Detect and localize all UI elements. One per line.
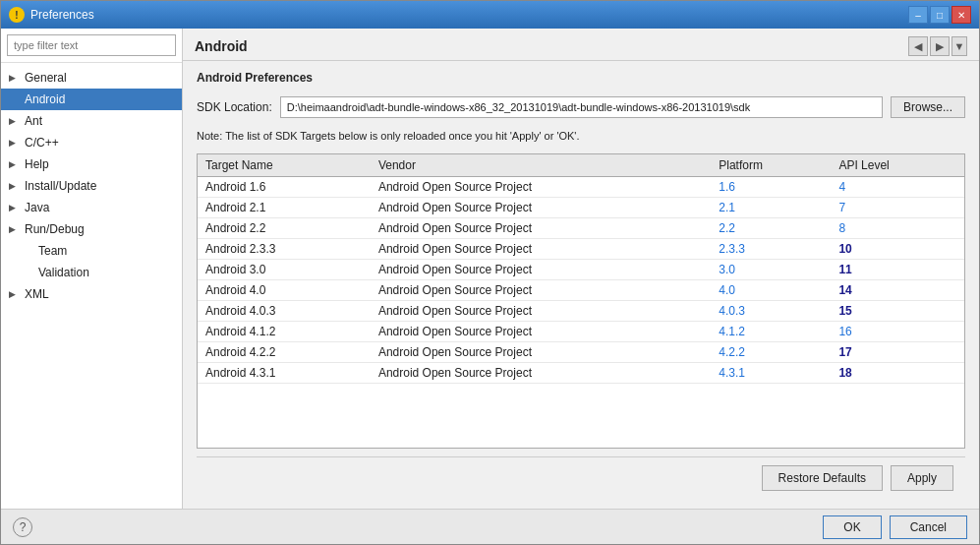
platform-cell: 2.1 [711,198,831,218]
minimize-button[interactable]: – [908,6,928,24]
title-bar-left: ! Preferences [9,7,94,23]
vendor-cell: Android Open Source Project [371,301,711,322]
platform-cell: 3.0 [711,260,831,280]
sidebar: ▶ General Android ▶ Ant ▶ C/C++ ▶ Hel [1,29,183,509]
filter-input[interactable] [7,34,176,56]
sidebar-item-team[interactable]: Team [1,240,182,262]
api-level-cell: 4 [831,177,964,198]
table-row: Android 4.0.3Android Open Source Project… [198,301,964,322]
main-panel: Android ◀ ▶ ▼ Android Preferences SDK Lo… [183,29,979,509]
table-header-row: Target Name Vendor Platform API Level [198,154,964,177]
preferences-window: ! Preferences – □ ✕ ▶ General Android [0,0,980,545]
col-header-vendor: Vendor [371,154,711,177]
sidebar-item-label: Install/Update [25,179,96,193]
page-title: Android [195,38,248,54]
vendor-cell: Android Open Source Project [371,218,711,239]
sidebar-item-install-update[interactable]: ▶ Install/Update [1,175,182,197]
platform-cell: 4.0.3 [711,301,831,322]
vendor-cell: Android Open Source Project [371,342,711,363]
table-row: Android 2.2Android Open Source Project2.… [198,218,964,239]
footer-bar: ? OK Cancel [1,509,979,544]
api-level-cell: 10 [831,239,964,260]
vendor-cell: Android Open Source Project [371,239,711,260]
platform-cell: 4.3.1 [711,363,831,384]
sidebar-item-label: Validation [38,266,89,279]
main-content: Android Preferences SDK Location: Browse… [183,61,979,509]
nav-dropdown-button[interactable]: ▼ [951,36,967,56]
sidebar-item-ant[interactable]: ▶ Ant [1,110,182,132]
sidebar-item-label: General [25,71,67,85]
bottom-action-bar: Restore Defaults Apply [197,456,965,499]
sidebar-item-label: Help [25,157,49,171]
sidebar-item-validation[interactable]: Validation [1,262,182,283]
sdk-path-input[interactable] [280,96,883,118]
sidebar-item-label: Run/Debug [25,222,85,236]
target-name-cell: Android 2.2 [198,218,371,239]
api-level-cell: 17 [831,342,964,363]
sidebar-filter-area [1,29,182,63]
target-name-cell: Android 4.1.2 [198,322,371,342]
vendor-cell: Android Open Source Project [371,198,711,218]
cancel-button[interactable]: Cancel [890,515,967,539]
main-header: Android ◀ ▶ ▼ [183,29,979,61]
sdk-location-row: SDK Location: Browse... [197,96,965,118]
app-icon: ! [9,7,25,23]
sidebar-item-android[interactable]: Android [1,89,182,110]
sidebar-item-label: Android [25,92,65,106]
target-name-cell: Android 2.3.3 [198,239,371,260]
expand-arrow: ▶ [9,224,21,234]
sidebar-item-label: Team [38,244,67,258]
sidebar-item-cpp[interactable]: ▶ C/C++ [1,132,182,153]
nav-back-button[interactable]: ◀ [908,36,928,56]
expand-arrow: ▶ [9,289,21,299]
col-header-api: API Level [831,154,964,177]
content-area: ▶ General Android ▶ Ant ▶ C/C++ ▶ Hel [1,29,979,509]
vendor-cell: Android Open Source Project [371,177,711,198]
table-row: Android 4.0Android Open Source Project4.… [198,280,964,301]
platform-cell: 2.3.3 [711,239,831,260]
restore-defaults-button[interactable]: Restore Defaults [762,465,883,491]
target-name-cell: Android 4.3.1 [198,363,371,384]
sidebar-item-java[interactable]: ▶ Java [1,197,182,218]
expand-arrow: ▶ [9,116,21,126]
nav-forward-button[interactable]: ▶ [930,36,950,56]
sidebar-item-xml[interactable]: ▶ XML [1,283,182,305]
expand-arrow: ▶ [9,181,21,191]
sidebar-item-general[interactable]: ▶ General [1,67,182,89]
platform-cell: 4.2.2 [711,342,831,363]
help-button[interactable]: ? [13,517,32,537]
section-title: Android Preferences [197,71,965,85]
target-name-cell: Android 1.6 [198,177,371,198]
api-level-cell: 8 [831,218,964,239]
browse-button[interactable]: Browse... [891,96,965,118]
table-row: Android 3.0Android Open Source Project3.… [198,260,964,280]
table-row: Android 4.3.1Android Open Source Project… [198,363,964,384]
api-level-cell: 14 [831,280,964,301]
platform-cell: 4.1.2 [711,322,831,342]
api-level-cell: 15 [831,301,964,322]
table-row: Android 2.3.3Android Open Source Project… [198,239,964,260]
title-controls: – □ ✕ [908,6,971,24]
api-level-cell: 18 [831,363,964,384]
window-title: Preferences [30,8,94,22]
target-name-cell: Android 4.0.3 [198,301,371,322]
target-name-cell: Android 4.0 [198,280,371,301]
sidebar-item-label: XML [25,287,49,301]
vendor-cell: Android Open Source Project [371,280,711,301]
apply-button[interactable]: Apply [891,465,953,491]
sidebar-item-run-debug[interactable]: ▶ Run/Debug [1,218,182,240]
target-name-cell: Android 4.2.2 [198,342,371,363]
vendor-cell: Android Open Source Project [371,363,711,384]
sidebar-item-label: C/C++ [25,136,59,150]
sdk-label: SDK Location: [197,100,272,114]
api-level-cell: 7 [831,198,964,218]
target-name-cell: Android 2.1 [198,198,371,218]
ok-button[interactable]: OK [823,515,881,539]
target-name-cell: Android 3.0 [198,260,371,280]
close-button[interactable]: ✕ [951,6,971,24]
sidebar-item-help[interactable]: ▶ Help [1,153,182,175]
table-row: Android 2.1Android Open Source Project2.… [198,198,964,218]
expand-arrow: ▶ [9,203,21,212]
maximize-button[interactable]: □ [930,6,950,24]
vendor-cell: Android Open Source Project [371,260,711,280]
